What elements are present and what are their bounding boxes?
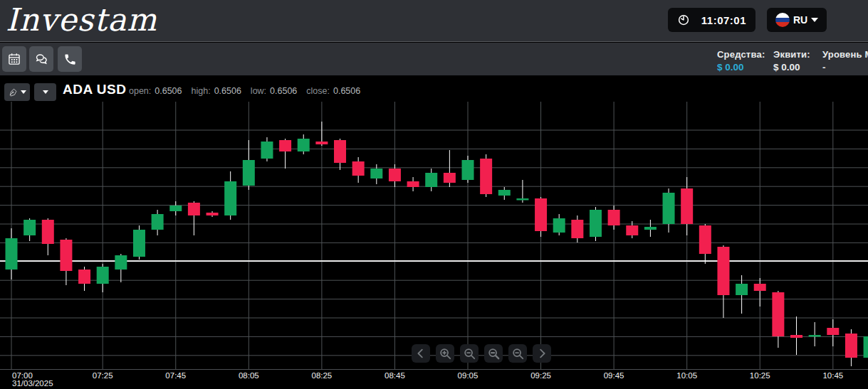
zoom-out-horizontal-button[interactable] [484, 344, 503, 363]
stat-margin-level-label: Уровень Ма [822, 49, 868, 60]
zoom-out-icon [463, 347, 476, 360]
stat-margin-level-value: - [822, 62, 868, 73]
calendar-icon [7, 52, 21, 66]
stat-funds-label: Средства: [717, 49, 765, 60]
language-code: RU [793, 14, 807, 26]
pan-left-button[interactable] [412, 344, 430, 363]
server-clock: 11:07:01 [668, 8, 755, 32]
axis-date-label: 31/03/2025 [12, 379, 53, 388]
pen-nib-icon [9, 87, 18, 97]
clock-time: 11:07:01 [701, 14, 746, 26]
symbol-dropdown-button[interactable] [34, 83, 56, 101]
clock-icon [677, 14, 690, 26]
ohlc-open: open: 0.6506 [129, 86, 182, 96]
time-tick-label: 10:25 [750, 371, 770, 380]
zoom-out-icon [487, 347, 500, 360]
chevron-left-icon [414, 347, 427, 360]
chat-button[interactable] [29, 46, 53, 72]
zoom-out-icon [511, 347, 524, 360]
ohlc-close: close: 0.6506 [306, 86, 360, 96]
calendar-button[interactable] [2, 46, 26, 72]
time-tick-label: 07:45 [165, 371, 186, 380]
zoom-out-vertical-button[interactable] [508, 344, 527, 363]
chevron-down-icon [811, 18, 818, 22]
stat-funds: Средства: $ 0.00 [717, 49, 765, 73]
ohlc-low: low: 0.6506 [251, 86, 297, 96]
stat-equity: Эквити: $ 0.00 [773, 49, 810, 73]
chart-nav [412, 344, 551, 363]
time-tick-label: 09:05 [458, 371, 479, 380]
chevron-down-icon [43, 90, 48, 94]
chart-header: ADA USD open: 0.6506 high: 0.6506 low: 0… [0, 75, 868, 102]
time-tick-label: 09:45 [604, 371, 624, 380]
time-tick-label: 08:45 [385, 371, 405, 380]
chevron-right-icon [535, 347, 548, 360]
phone-button[interactable] [58, 46, 82, 72]
stat-funds-value: $ 0.00 [717, 62, 765, 73]
stat-margin-level: Уровень Ма - [822, 49, 868, 73]
zoom-in-button[interactable] [436, 344, 454, 363]
time-tick-label: 08:05 [239, 371, 259, 380]
pan-right-button[interactable] [533, 344, 551, 363]
language-selector[interactable]: RU [767, 8, 827, 32]
top-bar: Investam 11:07:01 RU [0, 0, 868, 42]
drawing-tools-button[interactable] [4, 83, 30, 101]
ohlc-high: high: 0.6506 [192, 86, 241, 96]
chevron-down-icon [21, 90, 26, 94]
russia-flag-icon [775, 13, 790, 27]
time-tick-label: 09:25 [530, 371, 551, 380]
symbol-name: ADA USD [63, 82, 126, 97]
toolbar: Средства: $ 0.00 Эквити: $ 0.00 Уровень … [0, 43, 868, 75]
time-tick-label: 07:25 [93, 371, 113, 380]
stat-equity-label: Эквити: [773, 49, 810, 60]
stat-equity-value: $ 0.00 [773, 62, 810, 73]
app-logo[interactable]: Investam [6, 0, 157, 41]
time-tick-label: 10:05 [676, 371, 697, 380]
time-tick-label: 08:25 [311, 371, 332, 380]
ohlc-readout: open: 0.6506 high: 0.6506 low: 0.6506 cl… [129, 86, 360, 96]
candlestick-chart[interactable] [0, 102, 868, 369]
phone-icon [63, 53, 77, 66]
trading-app-window: Investam 11:07:01 RU [0, 0, 868, 389]
time-tick-label: 10:45 [822, 371, 843, 380]
time-axis: 07:0007:2507:4508:0508:2508:4509:0509:25… [0, 369, 868, 389]
zoom-in-icon [439, 347, 451, 360]
chat-icon [34, 52, 49, 67]
zoom-out-button[interactable] [460, 344, 479, 363]
